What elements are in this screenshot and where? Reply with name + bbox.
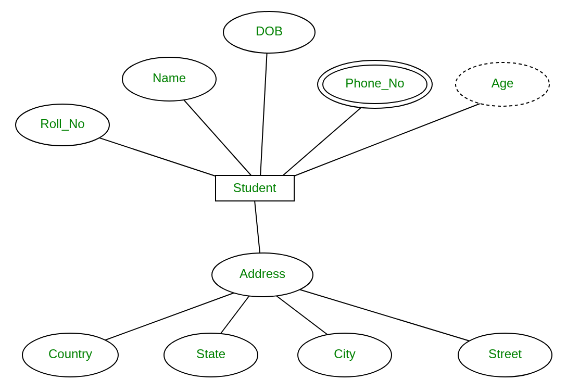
line-student-address bbox=[255, 200, 260, 258]
attribute-rollno-label: Roll_No bbox=[40, 117, 84, 131]
attribute-rollno: Roll_No bbox=[16, 104, 109, 146]
line-student-name bbox=[176, 91, 253, 177]
attribute-state: State bbox=[164, 333, 258, 377]
attribute-age-label: Age bbox=[492, 76, 514, 90]
line-student-dob bbox=[260, 49, 267, 177]
er-diagram: Student Roll_No Name DOB Phone_No Age Ad… bbox=[0, 0, 579, 392]
attribute-country-label: Country bbox=[48, 347, 92, 361]
attribute-phoneno-label: Phone_No bbox=[345, 76, 404, 90]
entity-student-label: Student bbox=[233, 181, 276, 195]
attribute-age: Age bbox=[456, 62, 549, 106]
line-address-city bbox=[271, 292, 336, 341]
attribute-address: Address bbox=[212, 253, 313, 297]
attribute-street-label: Street bbox=[488, 347, 522, 361]
attribute-street: Street bbox=[458, 333, 552, 377]
attribute-phoneno: Phone_No bbox=[318, 60, 432, 108]
attribute-country: Country bbox=[22, 333, 118, 377]
attribute-state-label: State bbox=[196, 347, 225, 361]
line-student-phone bbox=[281, 102, 368, 177]
attribute-dob-label: DOB bbox=[256, 24, 283, 38]
attribute-city: City bbox=[298, 333, 392, 377]
attribute-address-label: Address bbox=[240, 267, 285, 281]
line-student-age bbox=[292, 99, 492, 177]
attribute-name-label: Name bbox=[153, 71, 186, 85]
attribute-name: Name bbox=[122, 57, 216, 101]
attribute-dob: DOB bbox=[223, 11, 315, 53]
attribute-city-label: City bbox=[334, 347, 355, 361]
entity-student: Student bbox=[216, 175, 294, 201]
